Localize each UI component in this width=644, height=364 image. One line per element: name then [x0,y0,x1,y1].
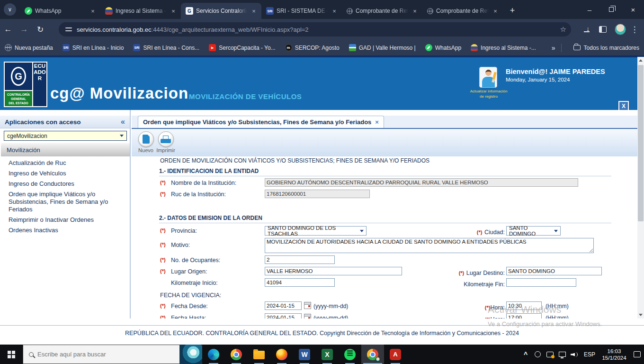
provincia-select[interactable]: SANTO DOMINGO DE LOS TSACHILAS [265,226,367,236]
update-registration-link[interactable]: Actualizar información de registro [469,89,509,99]
downloads-icon[interactable]: ← [579,26,595,33]
close-tab-icon[interactable]: × [411,7,419,15]
back-button[interactable]: ← [0,25,16,34]
km-inicio-input[interactable] [265,278,335,287]
language-indicator[interactable]: ESP [581,351,599,358]
close-window-button[interactable]: × [622,0,644,19]
nombre-input[interactable] [265,178,578,187]
new-tab-button[interactable]: + [506,4,519,17]
tab-sri-sistema[interactable]: SRI SRI - SISTEMA DE CO × [261,3,342,19]
user-avatar[interactable] [479,67,497,88]
search-input[interactable] [37,351,175,358]
bookmark-sercop[interactable]: mSERCOP: Agosto [285,44,340,51]
motivo-textarea[interactable]: MOVILIZACIÓN DE AUTORIDADES HACIA LA CIU… [265,238,594,253]
forward-button[interactable]: → [16,25,32,34]
tab-whatsapp[interactable]: WhatsApp × [20,3,100,19]
chevron-down-icon: ∨ [8,6,12,13]
ciudad-select[interactable]: SANTO DOMINGO [506,226,561,236]
sidebar-item-ordenes-inactivas[interactable]: Ordenes Inactivas [9,227,127,234]
taskbar-acrobat[interactable]: A [384,345,407,364]
restore-button[interactable] [600,0,622,19]
taskbar-word[interactable]: W [293,345,316,364]
dropdown-arrow-icon [554,230,558,232]
bookmark-star-icon[interactable]: ☆ [560,25,566,34]
side-panel-icon[interactable] [599,26,607,33]
bookmark-label: SercopCapacita - Yo... [219,45,275,51]
application-select[interactable]: cgeMovilizacion [4,131,127,141]
close-tab-icon[interactable]: × [170,7,177,15]
km-fin-input[interactable] [506,278,576,287]
sidebar-item-reimprimir-ordenes[interactable]: Reimprimir o Inactivar Ordenes [9,216,127,224]
taskbar-file-explorer[interactable] [248,345,270,364]
url-bar[interactable]: servicios.contraloria.gob.ec:4443/cge_ar… [59,22,571,36]
taskbar-edge[interactable] [202,345,225,364]
taskbar-clock[interactable]: 16:03 15/1/2024 [599,348,630,361]
fecha-desde-input[interactable] [265,301,302,310]
hidden-icons-chevron[interactable]: ^ [520,351,531,358]
destino-input[interactable] [506,267,602,275]
taskbar-chrome[interactable] [225,345,248,364]
sidebar-item-actualizacion-ruc[interactable]: Actualización de Ruc [9,159,127,167]
ruc-label: Ruc de la Institución: [171,191,226,198]
taskbar-firefox[interactable] [270,345,293,364]
close-tab-icon[interactable]: × [250,7,258,15]
news-weather-widget[interactable] [180,345,202,364]
bookmark-nueva-pestana[interactable]: Nueva pestaña [5,44,53,51]
tab-ingreso-sistema[interactable]: Ingreso al Sistema - C × [100,3,181,19]
tab-comprobante-2[interactable]: Comprobante de Ret × [422,3,503,19]
bookmark-sercopcapacita[interactable]: ▶SercopCapacita - Yo... [209,44,275,51]
fecha-hasta-input[interactable] [265,313,302,318]
sidebar-item-orden-viaticos[interactable]: Orden que implique Viáticos y/o Subsiste… [9,191,127,213]
start-button[interactable] [0,345,23,364]
section-1-header: 1.- IDENTIFICACION DE LA ENTIDAD [159,168,259,174]
tray-circle-icon[interactable] [531,351,544,357]
content-tab-orden[interactable]: Orden que implique Viáticos y/o Subsiste… [138,116,384,128]
tab-servicios-contraloria[interactable]: G Servicios Contraloría × [181,3,261,19]
scrollbar-up-arrow[interactable] [637,57,644,64]
monitor-glyph [559,352,566,357]
app-subtitle: MOVILIZACIÓN DE VEHÍCULOS [189,92,302,100]
minimize-button[interactable]: – [579,0,600,19]
ruc-input[interactable] [265,190,370,198]
bookmark-sri-inicio[interactable]: SRISRI en Línea - Inicio [63,44,124,51]
close-tab-icon[interactable]: × [492,7,499,15]
taskbar-excel[interactable]: X [316,345,339,364]
url-text[interactable]: servicios.contraloria.gob.ec:4443/cge_ar… [77,26,556,33]
tab-search-button[interactable]: ∨ [4,3,16,16]
reload-button[interactable]: ↻ [32,25,48,35]
profile-avatar[interactable] [615,24,626,35]
origen-input[interactable] [265,267,402,275]
close-content-tab-icon[interactable]: × [375,118,379,126]
close-tab-icon[interactable]: × [89,7,97,15]
destino-label-group: (*) Lugar Destino: [459,268,505,277]
bookmarks-overflow-chevron[interactable]: » [548,44,559,52]
calendar-icon[interactable] [304,302,311,309]
action-center-button[interactable] [630,351,644,357]
print-button[interactable]: Imprimir [155,131,176,153]
collapse-sidebar-icon[interactable]: « [121,118,125,126]
calendar-icon[interactable] [304,314,311,318]
page-scrollbar[interactable] [637,57,644,318]
close-tab-icon[interactable]: × [331,7,338,15]
bookmark-whatsapp[interactable]: WhatsApp [425,44,461,51]
network-tray-icon[interactable] [556,352,568,357]
bookmark-sri-consultas[interactable]: SRISRI en Línea - Cons... [133,44,199,51]
tab-comprobante-1[interactable]: Comprobante de Ret × [342,3,422,19]
menu-kebab-icon[interactable]: ⋮ [630,25,639,35]
sidebar-item-ingreso-conductores[interactable]: Ingreso de Conductores [9,180,127,188]
scrollbar-thumb[interactable] [638,65,644,221]
taskbar-chrome-active[interactable] [361,345,384,364]
volume-tray-icon[interactable] [568,351,581,358]
new-button[interactable]: Nuevo [135,131,156,153]
site-info-icon[interactable] [65,27,72,32]
scrollbar-down-arrow[interactable] [637,311,644,318]
sidebar-item-ingreso-vehiculos[interactable]: Ingreso de Vehículos [9,170,127,177]
bookmark-ingreso[interactable]: Ingreso al Sistema -... [471,44,536,51]
bookmark-gad[interactable]: GAD | Valle Hermoso | [349,44,416,51]
cast-tray-icon[interactable] [544,352,556,357]
taskbar-search[interactable] [23,345,180,364]
all-bookmarks-button[interactable]: Todos los marcadores [566,45,639,51]
ocupantes-input[interactable] [265,255,335,264]
taskbar-spotify[interactable] [339,345,361,364]
logout-close-button[interactable]: X [618,101,629,111]
